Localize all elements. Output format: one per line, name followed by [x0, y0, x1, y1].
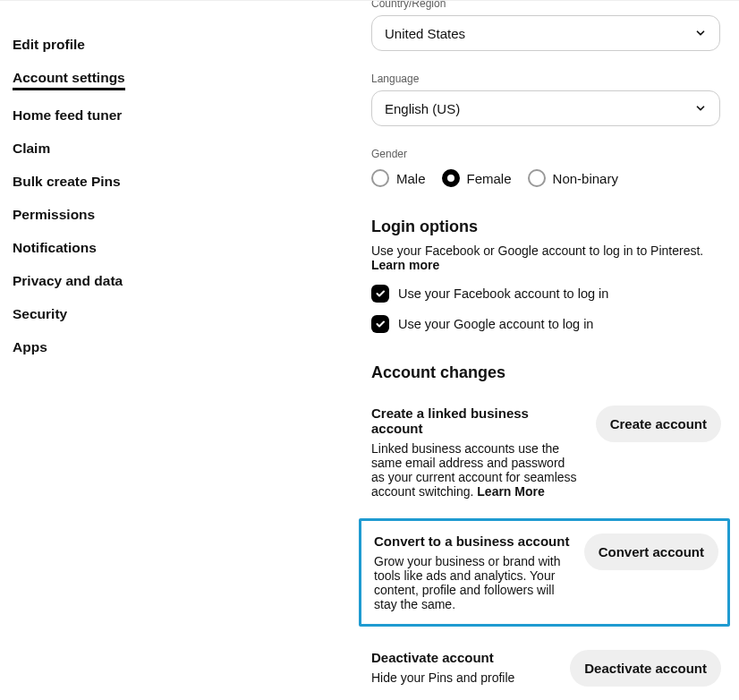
convert-business-section: Convert to a business account Grow your … [374, 534, 718, 611]
sidebar: Edit profile Account settings Home feed … [0, 1, 174, 700]
login-subtext-text: Use your Facebook or Google account to l… [371, 243, 703, 258]
country-value: United States [385, 26, 465, 41]
linked-title: Create a linked business account [371, 405, 582, 436]
linked-business-section: Create a linked business account Linked … [371, 405, 721, 499]
create-account-button[interactable]: Create account [596, 405, 721, 442]
main-content: Country/Region United States Language En… [174, 1, 739, 700]
gender-male-label: Male [396, 171, 426, 186]
learn-more-link[interactable]: Learn more [371, 258, 439, 272]
sidebar-item-bulk-create-pins[interactable]: Bulk create Pins [13, 174, 174, 190]
checkbox-checked-icon [371, 315, 389, 333]
radio-checked-icon [442, 169, 460, 187]
deactivate-desc: Hide your Pins and profile [371, 670, 556, 685]
country-label: Country/Region [371, 0, 721, 10]
chevron-down-icon [694, 102, 707, 117]
gender-male-option[interactable]: Male [371, 169, 426, 187]
login-subtext: Use your Facebook or Google account to l… [371, 243, 721, 272]
gender-nonbinary-option[interactable]: Non-binary [528, 169, 618, 187]
gender-label: Gender [371, 148, 721, 160]
sidebar-item-privacy-data[interactable]: Privacy and data [13, 273, 174, 289]
linked-desc-text: Linked business accounts use the same em… [371, 441, 577, 499]
gender-nonbinary-label: Non-binary [553, 171, 618, 186]
convert-title: Convert to a business account [374, 534, 570, 549]
google-login-toggle[interactable]: Use your Google account to log in [371, 315, 721, 333]
checkbox-checked-icon [371, 285, 389, 303]
sidebar-item-security[interactable]: Security [13, 306, 174, 322]
sidebar-item-edit-profile[interactable]: Edit profile [13, 37, 174, 53]
radio-icon [371, 169, 389, 187]
facebook-login-label: Use your Facebook account to log in [398, 286, 608, 301]
deactivate-section: Deactivate account Hide your Pins and pr… [371, 650, 721, 687]
convert-highlight: Convert to a business account Grow your … [359, 518, 730, 627]
country-select[interactable]: United States [371, 15, 720, 51]
account-changes-heading: Account changes [371, 363, 721, 382]
gender-radio-group: Male Female Non-binary [371, 169, 721, 187]
gender-female-label: Female [467, 171, 512, 186]
sidebar-item-claim[interactable]: Claim [13, 141, 174, 157]
learn-more-link[interactable]: Learn More [477, 484, 544, 499]
convert-desc: Grow your business or brand with tools l… [374, 554, 570, 611]
sidebar-item-notifications[interactable]: Notifications [13, 240, 174, 256]
facebook-login-toggle[interactable]: Use your Facebook account to log in [371, 285, 721, 303]
deactivate-title: Deactivate account [371, 650, 556, 665]
language-value: English (US) [385, 101, 460, 116]
linked-desc: Linked business accounts use the same em… [371, 441, 582, 499]
convert-account-button[interactable]: Convert account [584, 534, 718, 570]
login-options-heading: Login options [371, 218, 721, 236]
gender-female-option[interactable]: Female [442, 169, 512, 187]
deactivate-account-button[interactable]: Deactivate account [570, 650, 721, 687]
sidebar-item-permissions[interactable]: Permissions [13, 207, 174, 223]
sidebar-item-home-feed-tuner[interactable]: Home feed tuner [13, 107, 174, 124]
language-label: Language [371, 73, 721, 85]
google-login-label: Use your Google account to log in [398, 317, 593, 331]
sidebar-item-apps[interactable]: Apps [13, 339, 174, 355]
sidebar-item-account-settings[interactable]: Account settings [13, 70, 125, 90]
language-select[interactable]: English (US) [371, 90, 720, 126]
chevron-down-icon [694, 27, 707, 42]
radio-icon [528, 169, 546, 187]
